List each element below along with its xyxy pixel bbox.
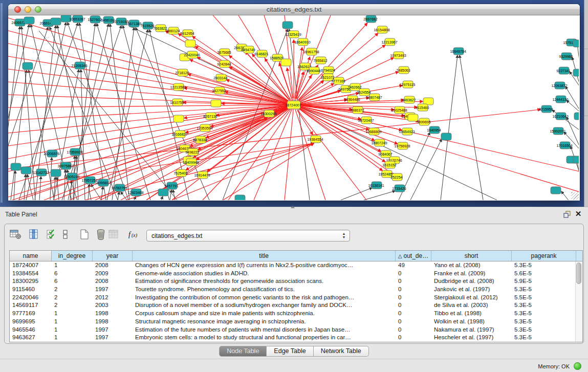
graph-node[interactable]: 19384554: [307, 136, 323, 143]
network-window-titlebar[interactable]: citations_edges.txt: [8, 4, 580, 15]
table-row[interactable]: 1938455462009Genome-wide association stu…: [10, 270, 582, 278]
window-resize-grip[interactable]: [571, 192, 579, 200]
graph-node[interactable]: [11, 163, 21, 170]
graph-node[interactable]: 10025488: [391, 106, 407, 114]
table-row[interactable]: 946362711997Embryonic stem cells: a mode…: [10, 334, 582, 342]
graph-node[interactable]: 7663822: [153, 25, 167, 32]
graph-node[interactable]: 15720407: [358, 117, 374, 124]
table-row[interactable]: 1872400712008Changes of HCN gene express…: [10, 261, 582, 270]
graph-node[interactable]: 1733426: [392, 185, 406, 192]
graph-node[interactable]: 9227341: [556, 67, 570, 74]
close-panel-icon[interactable]: ✕: [574, 209, 583, 218]
graph-node[interactable]: 12325419: [285, 31, 301, 38]
graph-node[interactable]: [573, 69, 579, 76]
graph-node[interactable]: 15992071: [550, 127, 565, 135]
graph-node[interactable]: [158, 189, 168, 196]
graph-node[interactable]: [441, 133, 451, 140]
graph-node[interactable]: 7955812: [313, 57, 327, 64]
tab-network-table[interactable]: Network Table: [314, 346, 369, 357]
graph-node[interactable]: 13142737: [33, 169, 49, 176]
graph-node[interactable]: 9329966: [559, 53, 573, 60]
graph-node[interactable]: 1527602: [88, 16, 101, 23]
graph-node[interactable]: 9146821: [254, 50, 268, 57]
graph-node[interactable]: 6794024: [321, 67, 335, 74]
graph-node[interactable]: [23, 62, 33, 70]
graph-node[interactable]: 10973493: [390, 52, 406, 59]
graph-node[interactable]: [551, 187, 561, 194]
graph-node[interactable]: 20206576: [43, 150, 59, 157]
table-row[interactable]: 977716911998Corpus callosum shape and si…: [10, 310, 582, 318]
table-scrollbar[interactable]: [575, 261, 582, 342]
table-row[interactable]: 946554611997Estimation of the future num…: [10, 326, 582, 334]
table-row[interactable]: 1456911722003Disruption of a novel membe…: [10, 301, 582, 310]
select-all-columns-icon[interactable]: [46, 229, 56, 240]
graph-node[interactable]: [173, 115, 184, 122]
graph-node[interactable]: 7515526: [140, 22, 154, 29]
graph-node[interactable]: 9457791: [164, 182, 178, 189]
graph-node[interactable]: 8215958: [539, 105, 553, 113]
graph-node[interactable]: 7625402: [173, 169, 187, 177]
graph-node[interactable]: 20364486: [344, 96, 360, 103]
graph-node[interactable]: 12444136: [552, 96, 568, 103]
graph-node[interactable]: [574, 113, 579, 120]
delete-columns-icon[interactable]: [96, 229, 106, 240]
graph-node[interactable]: 16154808: [374, 26, 389, 33]
table-header-cell-pagerank[interactable]: pagerank: [512, 251, 576, 261]
graph-node[interactable]: 9463627: [402, 96, 416, 103]
table-scrollbar-thumb[interactable]: [576, 262, 581, 284]
graph-node[interactable]: 5912954: [180, 30, 194, 37]
table-header-cell-year[interactable]: year: [93, 251, 133, 261]
graph-node[interactable]: 10653287: [69, 15, 85, 23]
panel-resize-handle[interactable]: [291, 205, 295, 208]
graph-node[interactable]: [282, 21, 293, 29]
graph-node[interactable]: 18640910: [294, 38, 310, 46]
graph-node[interactable]: 7485063: [396, 67, 410, 74]
float-panel-icon[interactable]: [563, 210, 571, 218]
show-columns-icon[interactable]: [29, 229, 39, 240]
create-column-icon[interactable]: [79, 229, 90, 240]
tab-edge-table[interactable]: Edge Table: [267, 346, 313, 357]
graph-node[interactable]: 2718120: [175, 69, 189, 76]
graph-node[interactable]: 9242844: [217, 60, 231, 68]
graph-node[interactable]: 2803144: [213, 74, 227, 81]
graph-node[interactable]: [51, 18, 61, 25]
graph-node[interactable]: 1840954: [427, 126, 441, 134]
table-row[interactable]: 969969511998Structural magnetic resonanc…: [10, 318, 582, 326]
graph-hub-node[interactable]: 18724007: [285, 101, 301, 109]
table-mode-icon[interactable]: [10, 229, 22, 240]
table-row[interactable]: 911546021997Tourette syndrome. Phenomeno…: [10, 286, 582, 294]
network-canvas[interactable]: 2405572420691406106532871527602646616010…: [8, 15, 579, 200]
graph-node[interactable]: 16648784: [450, 48, 466, 55]
graph-node[interactable]: 12353594: [197, 124, 212, 132]
graph-node[interactable]: 19654923: [399, 128, 415, 135]
graph-node[interactable]: 12213967: [381, 38, 397, 46]
graph-node[interactable]: 16210643: [552, 113, 568, 120]
graph-node[interactable]: 17359928: [67, 148, 82, 156]
graph-node[interactable]: [185, 40, 195, 47]
table-header-cell-title[interactable]: title: [133, 251, 396, 261]
table-header-cell-in_degree[interactable]: in_degree: [52, 251, 93, 261]
table-header-cell-out_de[interactable]: △out_de…: [396, 251, 431, 261]
graph-node[interactable]: 12975115: [400, 81, 416, 88]
table-row[interactable]: 1830029562008Estimation of significance …: [10, 277, 582, 286]
graph-node[interactable]: 9115460: [416, 104, 429, 111]
graph-node[interactable]: 21205346: [71, 62, 87, 69]
graph-node[interactable]: 1810755: [170, 99, 184, 106]
table-selector-dropdown[interactable]: citations_edges.txt ▲▼: [146, 230, 350, 242]
graph-node[interactable]: 9899695: [417, 118, 430, 125]
graph-node[interactable]: [281, 59, 291, 66]
table-header-cell-short[interactable]: short: [431, 251, 512, 261]
table-header-cell-name[interactable]: name: [10, 251, 52, 261]
graph-node[interactable]: 16961758: [303, 48, 319, 55]
graph-node[interactable]: [51, 169, 61, 177]
tab-node-table[interactable]: Node Table: [219, 346, 267, 357]
graph-node[interactable]: [21, 167, 31, 174]
graph-node[interactable]: [24, 17, 34, 24]
graph-node[interactable]: 12093872: [551, 82, 567, 89]
graph-node[interactable]: 2887682: [363, 15, 377, 23]
graph-node[interactable]: 252254: [390, 173, 402, 181]
graph-node[interactable]: [235, 195, 245, 200]
graph-node[interactable]: 17016504: [556, 142, 572, 149]
graph-node[interactable]: 9860124: [166, 27, 180, 34]
table-row[interactable]: 2242004622012Investigating the contribut…: [10, 294, 582, 302]
